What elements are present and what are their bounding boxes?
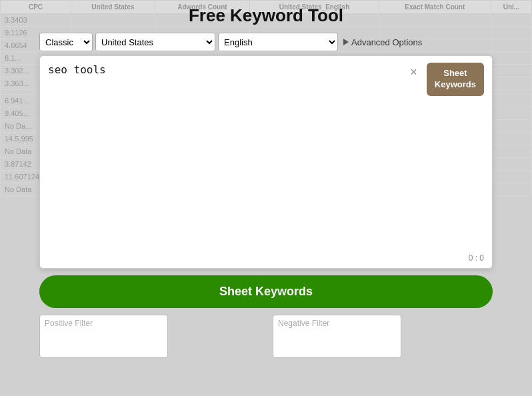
- country-select[interactable]: United States United Kingdom Canada Aust…: [95, 33, 215, 51]
- negative-filter-wrapper: Negative Filter: [273, 315, 493, 358]
- toolbar: Classic United States United Kingdom Can…: [39, 33, 493, 51]
- page-title: Free Keyword Tool: [189, 5, 343, 26]
- keyword-input-row: seo tools × Sheet Keywords: [48, 63, 484, 96]
- main-overlay: Free Keyword Tool Classic United States …: [0, 0, 532, 396]
- advanced-options-toggle[interactable]: Advanced Options: [343, 37, 422, 47]
- bottom-area: Sheet Keywords Positive Filter Negative …: [39, 275, 493, 358]
- negative-filter-input[interactable]: [273, 315, 401, 358]
- filter-row: Positive Filter Negative Filter: [39, 315, 493, 358]
- mode-select[interactable]: Classic: [39, 33, 93, 51]
- positive-filter-input[interactable]: [39, 315, 168, 358]
- triangle-icon: [343, 39, 349, 45]
- keyword-box: seo tools × Sheet Keywords 0 : 0: [39, 55, 493, 269]
- keyword-input[interactable]: seo tools: [48, 63, 401, 89]
- language-select[interactable]: English Spanish French German: [218, 33, 338, 51]
- positive-filter-wrapper: Positive Filter: [39, 315, 259, 358]
- advanced-options-label: Advanced Options: [351, 37, 422, 47]
- sheet-keywords-button-small[interactable]: Sheet Keywords: [427, 63, 484, 96]
- clear-icon[interactable]: ×: [406, 64, 421, 81]
- counter: 0 : 0: [469, 253, 484, 263]
- sheet-keywords-button-main[interactable]: Sheet Keywords: [39, 275, 493, 308]
